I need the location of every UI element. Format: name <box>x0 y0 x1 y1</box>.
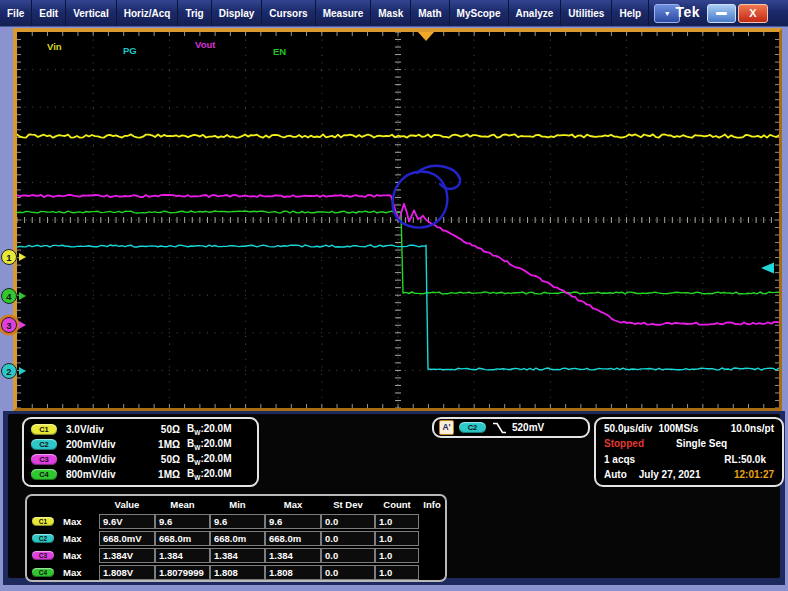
meas-cell-c3-max: 1.384 <box>265 548 321 563</box>
channel-scale: 3.0V/div <box>66 424 144 435</box>
channel-marker-1[interactable]: 1 <box>1 249 17 265</box>
meas-cell-c1-mean: 9.6 <box>155 514 210 529</box>
meas-cell-c3-value: 1.384V <box>99 548 155 563</box>
channel-impedance: 50Ω <box>144 454 180 465</box>
channel-badge: C4 <box>31 469 57 480</box>
sample-rate: 100MS/s <box>658 423 698 435</box>
menu-item-analyze[interactable]: Analyze <box>509 0 562 26</box>
acquisition-readout-box[interactable]: 50.0μs/div 100MS/s 10.0ns/pt Stopped Sin… <box>594 417 784 487</box>
measurement-table[interactable]: ValueMeanMinMaxSt DevCountInfoC1Max9.6V9… <box>25 494 447 582</box>
acq-mode: Single Seq <box>676 438 727 450</box>
channel-badge: C3 <box>32 551 54 560</box>
meas-cell-c4-mean: 1.8079999 <box>155 565 210 580</box>
channel-bandwidth: BW:20.0M <box>187 468 232 481</box>
close-icon: X <box>749 8 756 19</box>
channel-badge: C1 <box>32 517 54 526</box>
channel-impedance: 1MΩ <box>144 439 180 450</box>
channel-bandwidth: BW:20.0M <box>187 453 232 466</box>
channel-marker-2[interactable]: 2 <box>1 363 17 379</box>
acq-count: 1 acqs <box>604 454 635 466</box>
channel-row-c4[interactable]: C4800mV/div1MΩBW:20.0M <box>31 468 250 482</box>
channel-marker-3[interactable]: 3 <box>1 317 17 333</box>
channel-row-c2[interactable]: C2200mV/div1MΩBW:20.0M <box>31 437 250 451</box>
menu-items: FileEditVerticalHoriz/AcqTrigDisplayCurs… <box>0 0 649 26</box>
trigger-a-badge: A' <box>439 420 454 435</box>
channel-bandwidth: BW:20.0M <box>187 423 232 436</box>
waveform-display[interactable]: VinPGVoutEN <box>13 28 782 411</box>
menu-item-myscope[interactable]: MyScope <box>450 0 509 26</box>
channel-badge: C2 <box>31 439 57 450</box>
clock-display: 12:01:27 <box>734 469 774 481</box>
meas-cell-c3-stdev: 0.0 <box>321 548 375 563</box>
trigger-level: 520mV <box>512 422 544 433</box>
waveform-label-vin: Vin <box>47 41 62 52</box>
menu-item-measure[interactable]: Measure <box>316 0 372 26</box>
meas-cell-c1-value: 9.6V <box>99 514 155 529</box>
menu-item-vertical[interactable]: Vertical <box>66 0 117 26</box>
meas-row-c2: C2Max <box>32 533 81 544</box>
trigger-level-marker[interactable] <box>761 263 774 274</box>
record-length: RL:50.0k <box>724 454 766 466</box>
channel-scale: 800mV/div <box>66 469 144 480</box>
trigger-source-badge: C2 <box>459 422 486 433</box>
close-button[interactable]: X <box>738 4 768 23</box>
menu-item-help[interactable]: Help <box>612 0 649 26</box>
minimize-icon <box>716 12 727 15</box>
meas-cell-c3-mean: 1.384 <box>155 548 210 563</box>
meas-cell-c2-value: 668.0mV <box>99 531 155 546</box>
resolution: 10.0ns/pt <box>731 423 774 435</box>
meas-cell-c1-count: 1.0 <box>375 514 419 529</box>
channel-scale: 400mV/div <box>66 454 144 465</box>
meas-cell-c1-max: 9.6 <box>265 514 321 529</box>
tek-logo: Tek <box>675 4 700 20</box>
menu-item-file[interactable]: File <box>0 0 32 26</box>
trigger-position-marker[interactable] <box>418 32 434 41</box>
meas-cell-c4-min: 1.808 <box>210 565 265 580</box>
channel-scale: 200mV/div <box>66 439 144 450</box>
menu-item-edit[interactable]: Edit <box>32 0 66 26</box>
trigger-readout-box[interactable]: A' C2 520mV <box>432 417 590 438</box>
chevron-down-icon: ▼ <box>664 10 671 17</box>
channel-marker-arrow-1 <box>19 253 26 261</box>
channel-row-c1[interactable]: C13.0V/div50ΩBW:20.0M <box>31 422 250 436</box>
meas-cell-c3-min: 1.384 <box>210 548 265 563</box>
channel-marker-arrow-4 <box>19 292 26 300</box>
menu-bar: FileEditVerticalHoriz/AcqTrigDisplayCurs… <box>0 0 788 27</box>
meas-header-min: Min <box>210 499 265 510</box>
menu-item-cursors[interactable]: Cursors <box>262 0 315 26</box>
falling-edge-icon <box>492 422 507 434</box>
timebase: 50.0μs/div <box>604 423 652 435</box>
meas-header-value: Value <box>99 499 155 510</box>
waveform-svg: VinPGVoutEN <box>17 32 779 408</box>
meas-header-max: Max <box>265 499 321 510</box>
meas-cell-c2-min: 668.0m <box>210 531 265 546</box>
channel-bandwidth: BW:20.0M <box>187 438 232 451</box>
channel-settings-box[interactable]: C13.0V/div50ΩBW:20.0MC2200mV/div1MΩBW:20… <box>22 417 259 487</box>
menu-item-utilities[interactable]: Utilities <box>561 0 612 26</box>
waveform-label-en: EN <box>273 46 286 57</box>
menu-item-display[interactable]: Display <box>212 0 263 26</box>
channel-impedance: 1MΩ <box>144 469 180 480</box>
menu-item-math[interactable]: Math <box>411 0 449 26</box>
meas-row-c3: C3Max <box>32 550 81 561</box>
date-display: July 27, 2021 <box>639 469 701 481</box>
meas-cell-c4-stdev: 0.0 <box>321 565 375 580</box>
meas-cell-c2-max: 668.0m <box>265 531 321 546</box>
channel-marker-arrow-3 <box>19 321 26 329</box>
menu-item-horiz-acq[interactable]: Horiz/Acq <box>117 0 179 26</box>
channel-marker-4[interactable]: 4 <box>1 288 17 304</box>
waveform-label-pg: PG <box>123 45 137 56</box>
trace-pg <box>17 245 779 370</box>
menu-item-mask[interactable]: Mask <box>371 0 411 26</box>
menu-item-trig[interactable]: Trig <box>178 0 211 26</box>
meas-header-info: Info <box>419 499 445 510</box>
measurement-name: Max <box>63 516 81 527</box>
channel-badge: C4 <box>32 568 54 577</box>
channel-badge: C3 <box>31 454 57 465</box>
channel-row-c3[interactable]: C3400mV/div50ΩBW:20.0M <box>31 453 250 467</box>
meas-cell-c4-value: 1.808V <box>99 565 155 580</box>
meas-header-count: Count <box>375 499 419 510</box>
meas-cell-c3-count: 1.0 <box>375 548 419 563</box>
minimize-button[interactable] <box>707 4 736 23</box>
meas-cell-c1-stdev: 0.0 <box>321 514 375 529</box>
